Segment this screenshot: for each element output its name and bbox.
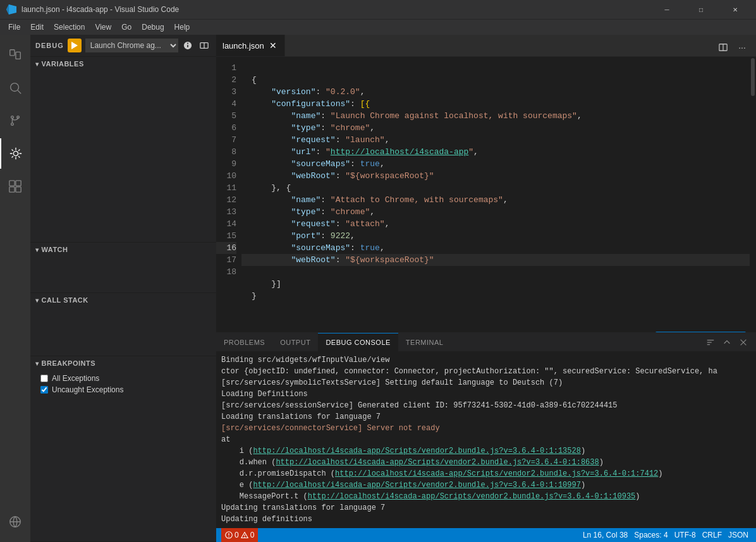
debug-split-button[interactable] xyxy=(197,39,211,52)
variables-label: VARIABLES xyxy=(42,60,84,68)
minimize-button[interactable]: ─ xyxy=(652,0,681,19)
svg-marker-1 xyxy=(6,4,9,15)
watch-label: WATCH xyxy=(42,246,68,253)
status-encoding[interactable]: UTF-8 xyxy=(672,531,698,539)
console-link[interactable]: http://localhost/i4scada-app/Scripts/ven… xyxy=(308,492,635,501)
watch-chevron: ▾ xyxy=(35,246,39,253)
watch-section: ▾ WATCH xyxy=(30,243,216,293)
debug-section-label: DEBUG xyxy=(35,42,64,49)
panel-tab-output[interactable]: OUTPUT xyxy=(272,333,318,352)
add-configuration-button[interactable]: Add Configuration... xyxy=(655,332,746,332)
menu-debug[interactable]: Debug xyxy=(137,21,169,33)
svg-point-27 xyxy=(228,536,229,538)
explorer-activity-icon[interactable] xyxy=(0,40,30,70)
extensions-activity-icon[interactable] xyxy=(0,171,30,202)
svg-rect-3 xyxy=(16,52,20,59)
remote-activity-icon[interactable] xyxy=(0,507,30,537)
console-link[interactable]: http://localhost/i4scada-app/Scripts/ven… xyxy=(335,469,658,478)
uncaught-exceptions-checkbox[interactable] xyxy=(40,386,48,394)
ln-col-text: Ln 16, Col 38 xyxy=(583,531,628,539)
callstack-label: CALL STACK xyxy=(42,296,88,304)
variables-section: ▾ VARIABLES xyxy=(30,57,216,243)
all-exceptions-checkbox[interactable] xyxy=(40,375,48,382)
code-content[interactable]: { "version": "0.2.0", "configurations": … xyxy=(241,57,750,332)
console-line: [src/services/sessionService] Generated … xyxy=(221,400,751,411)
menu-go[interactable]: Go xyxy=(116,21,137,33)
console-line: Loading translations for language 7 xyxy=(221,411,751,423)
svg-point-9 xyxy=(13,151,18,155)
status-errors[interactable]: 0 0 xyxy=(221,528,258,542)
console-line: Updating definitions xyxy=(221,514,751,525)
menu-file[interactable]: File xyxy=(3,21,25,33)
svg-rect-11 xyxy=(16,181,21,186)
menu-view[interactable]: View xyxy=(90,21,116,33)
code-editor[interactable]: 12345 678910 1112131415 16 1718 { "versi… xyxy=(216,57,756,332)
search-activity-icon[interactable] xyxy=(0,73,30,103)
panel-actions xyxy=(698,335,756,350)
console-line-server-not-ready: [src/services/connectorService] Server n… xyxy=(221,423,751,434)
menu-edit[interactable]: Edit xyxy=(25,21,49,33)
debug-activity-icon[interactable] xyxy=(0,138,30,169)
status-language[interactable]: JSON xyxy=(726,531,751,539)
debug-settings-button[interactable] xyxy=(181,39,195,52)
all-exceptions-label: All Exceptions xyxy=(52,374,99,383)
encoding-text: UTF-8 xyxy=(674,531,696,539)
debug-config-selector[interactable]: Launch Chrome ag... xyxy=(85,39,178,52)
callstack-header[interactable]: ▾ CALL STACK xyxy=(30,293,216,307)
line-numbers: 12345 678910 1112131415 16 1718 xyxy=(216,57,241,332)
tab-launch-json[interactable]: launch.json ✕ xyxy=(216,35,285,56)
menu-selection[interactable]: Selection xyxy=(49,21,90,33)
watch-content xyxy=(30,256,216,288)
variables-chevron: ▾ xyxy=(35,61,39,68)
breakpoint-all-exceptions: All Exceptions xyxy=(30,373,216,384)
svg-point-29 xyxy=(244,537,245,538)
console-link-line: d.when (http://localhost/i4scada-app/Scr… xyxy=(221,457,751,468)
breakpoints-chevron: ▾ xyxy=(35,360,39,367)
warning-count: 0 xyxy=(250,531,255,539)
console-line: Binding src/widgets/wfInputValue/view xyxy=(221,354,751,366)
tab-actions: ··· xyxy=(709,39,756,56)
console-link[interactable]: http://localhost/i4scada-app/Scripts/ven… xyxy=(253,447,580,455)
menu-bar: File Edit Selection View Go Debug Help xyxy=(0,19,756,35)
panel-tab-problems[interactable]: PROBLEMS xyxy=(216,333,272,352)
menu-help[interactable]: Help xyxy=(169,21,195,33)
tab-close-button[interactable]: ✕ xyxy=(268,40,278,51)
panel-tabs: PROBLEMS OUTPUT DEBUG CONSOLE TERMINAL xyxy=(216,333,756,352)
console-output[interactable]: Binding src/widgets/wfInputValue/view ct… xyxy=(216,352,756,528)
debug-toolbar: DEBUG Launch Chrome ag... xyxy=(30,35,216,57)
panel-sort-button[interactable] xyxy=(703,335,718,350)
callstack-content xyxy=(30,307,216,345)
split-editor-button[interactable] xyxy=(714,39,732,56)
source-control-activity-icon[interactable] xyxy=(0,105,30,136)
spaces-text: Spaces: 4 xyxy=(634,531,668,539)
panel-close-button[interactable] xyxy=(736,335,751,350)
breakpoints-section: ▾ BREAKPOINTS All Exceptions Uncaught Ex… xyxy=(30,356,216,542)
maximize-button[interactable]: □ xyxy=(686,0,716,19)
svg-marker-15 xyxy=(71,42,78,49)
callstack-section: ▾ CALL STACK xyxy=(30,293,216,356)
panel-chevron-up-button[interactable] xyxy=(719,335,735,350)
more-actions-button[interactable]: ··· xyxy=(733,39,751,56)
status-spaces[interactable]: Spaces: 4 xyxy=(631,531,670,539)
editor-scrollbar[interactable] xyxy=(750,57,756,332)
debug-start-button[interactable] xyxy=(68,39,82,52)
console-link[interactable]: http://localhost/i4scada-app/Scripts/ven… xyxy=(276,458,599,467)
svg-rect-13 xyxy=(16,187,21,192)
line-ending-text: CRLF xyxy=(702,531,722,539)
svg-rect-12 xyxy=(9,187,15,192)
status-line-ending[interactable]: CRLF xyxy=(700,531,724,539)
console-link-line: MessagePort.t (http://localhost/i4scada-… xyxy=(221,491,751,502)
console-link[interactable]: http://localhost/i4scada-app/Scripts/ven… xyxy=(253,481,580,490)
status-ln-col[interactable]: Ln 16, Col 38 xyxy=(580,531,630,539)
panel-tab-debug-console[interactable]: DEBUG CONSOLE xyxy=(318,333,398,352)
breakpoints-header[interactable]: ▾ BREAKPOINTS xyxy=(30,356,216,370)
close-button[interactable]: ✕ xyxy=(721,0,750,19)
breakpoint-uncaught-exceptions: Uncaught Exceptions xyxy=(30,384,216,395)
activity-bar xyxy=(0,35,30,542)
variables-header[interactable]: ▾ VARIABLES xyxy=(30,57,216,71)
panel-tab-terminal[interactable]: TERMINAL xyxy=(398,333,451,352)
console-link-line: d.r.promiseDispatch (http://localhost/i4… xyxy=(221,468,751,479)
uncaught-exceptions-label: Uncaught Exceptions xyxy=(52,385,123,394)
tab-bar: launch.json ✕ ··· xyxy=(216,35,756,57)
watch-header[interactable]: ▾ WATCH xyxy=(30,243,216,256)
